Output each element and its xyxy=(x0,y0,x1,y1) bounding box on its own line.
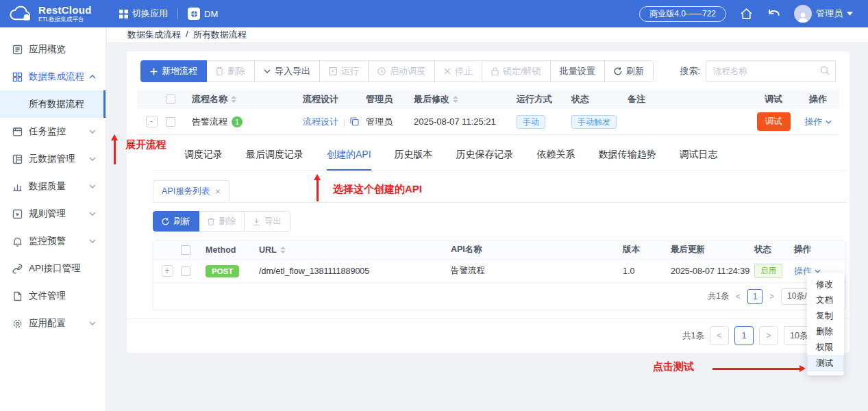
tab-schedule-records[interactable]: 调度记录 xyxy=(184,149,223,170)
sidebar-item-app-overview[interactable]: 应用概览 xyxy=(0,36,106,63)
sidebar-item-label: 应用概览 xyxy=(29,43,66,55)
delete-button[interactable]: 删除 xyxy=(206,60,255,82)
page-number[interactable]: 1 xyxy=(747,289,762,304)
user-menu[interactable]: 管理员 xyxy=(794,5,853,23)
chevron-down-icon xyxy=(89,157,96,161)
play-icon xyxy=(329,67,337,75)
home-icon[interactable] xyxy=(740,8,753,20)
col-flow-name: 流程名称 xyxy=(192,93,227,105)
caret-down-icon xyxy=(847,12,853,16)
flow-detail-panel: 调度记录 最后调度记录 创建的API 历史版本 历史保存记录 依赖关系 数据传输… xyxy=(153,134,846,312)
api-delete-button[interactable]: 删除 xyxy=(199,211,245,232)
next-page-icon[interactable]: > xyxy=(769,292,774,301)
tab-history-saves[interactable]: 历史保存记录 xyxy=(456,149,514,170)
api-export-button[interactable]: 导出 xyxy=(244,211,290,232)
sidebar-item-data-integration[interactable]: 数据集成流程 xyxy=(0,63,106,90)
breadcrumb-parent[interactable]: 数据集成流程 xyxy=(127,29,181,41)
api-refresh-button[interactable]: 刷新 xyxy=(153,211,199,232)
col-remark: 备注 xyxy=(628,93,750,105)
bar-chart-icon xyxy=(12,182,23,192)
metadata-icon xyxy=(12,154,23,164)
stop-button[interactable]: 停止 xyxy=(434,60,482,82)
status-badge: 手动触发 xyxy=(571,115,617,129)
sidebar-item-monitor-alert[interactable]: 监控预警 xyxy=(0,227,106,255)
col-api-status: 状态 xyxy=(754,244,794,256)
api-subtab-bar: API服务列表 × xyxy=(153,180,846,203)
subtab-api-service-list[interactable]: API服务列表 × xyxy=(153,180,230,202)
flow-design-link[interactable]: 流程设计 xyxy=(303,116,338,128)
api-action-menu: 修改 文档 复制 删除 权限 测试 xyxy=(807,273,844,375)
tab-last-schedule[interactable]: 最后调度记录 xyxy=(246,149,303,170)
menu-item-copy[interactable]: 复制 xyxy=(807,308,844,324)
row-action-dropdown[interactable]: 操作 xyxy=(805,116,832,128)
copy-icon[interactable] xyxy=(350,117,359,126)
flow-name: 告警流程 xyxy=(192,116,227,128)
tab-transfer-trend[interactable]: 数据传输趋势 xyxy=(599,149,656,170)
api-select-all-checkbox[interactable] xyxy=(181,245,190,255)
workspace-tab-dm[interactable]: DM xyxy=(188,8,218,20)
sidebar-item-rules[interactable]: 规则管理 xyxy=(0,200,106,227)
api-name: 告警流程 xyxy=(451,265,623,277)
new-flow-button[interactable]: 新增流程 xyxy=(140,60,207,82)
brand-logo[interactable]: RestCloud ETL数据集成平台 xyxy=(0,5,103,23)
expand-api-row-button[interactable]: + xyxy=(162,265,173,277)
next-page-button[interactable]: > xyxy=(759,326,778,345)
sidebar-item-data-quality[interactable]: 数据质量 xyxy=(0,173,106,200)
search-icon[interactable] xyxy=(820,66,830,75)
sort-icon[interactable] xyxy=(280,247,286,253)
prev-page-icon[interactable]: < xyxy=(736,292,741,301)
col-flow-design: 流程设计 xyxy=(303,93,366,105)
import-export-button[interactable]: 导入导出 xyxy=(254,60,320,82)
menu-item-delete[interactable]: 删除 xyxy=(807,324,844,340)
run-button[interactable]: 运行 xyxy=(319,60,369,82)
chevron-down-icon xyxy=(826,120,832,124)
file-icon xyxy=(12,291,23,301)
sidebar-item-app-config[interactable]: 应用配置 xyxy=(0,310,106,337)
api-toolbar: 刷新 删除 导出 xyxy=(153,211,846,232)
menu-item-test[interactable]: 测试 xyxy=(807,356,844,371)
row-checkbox[interactable] xyxy=(166,117,175,127)
menu-item-permission[interactable]: 权限 xyxy=(807,340,844,356)
detail-tabs: 调度记录 最后调度记录 创建的API 历史版本 历史保存记录 依赖关系 数据传输… xyxy=(153,134,846,171)
page-number[interactable]: 1 xyxy=(734,326,754,345)
tab-debug-log[interactable]: 调试日志 xyxy=(680,149,718,170)
sort-icon[interactable] xyxy=(453,96,458,103)
sidebar-item-task-monitor[interactable]: 任务监控 xyxy=(0,118,106,145)
search-input[interactable] xyxy=(706,60,836,82)
menu-item-modify[interactable]: 修改 xyxy=(807,277,844,292)
sidebar-item-label: 文件管理 xyxy=(29,290,66,302)
api-table-box: Method URL API名称 版本 最后更新 状态 操作 + POST /d… xyxy=(153,240,846,310)
tab-dependencies[interactable]: 依赖关系 xyxy=(537,149,575,170)
sidebar-item-api-management[interactable]: API接口管理 xyxy=(0,255,106,282)
refresh-button[interactable]: 刷新 xyxy=(604,60,654,82)
debug-button[interactable]: 调试 xyxy=(757,112,791,131)
lock-unlock-button[interactable]: 锁定/解锁 xyxy=(482,60,551,82)
tab-history-versions[interactable]: 历史版本 xyxy=(395,149,433,170)
sidebar-item-file-management[interactable]: 文件管理 xyxy=(0,282,106,310)
close-icon[interactable]: × xyxy=(215,186,221,197)
collapse-row-button[interactable]: - xyxy=(146,116,158,127)
api-row-checkbox[interactable] xyxy=(181,266,190,276)
prev-page-button[interactable]: < xyxy=(710,326,729,345)
header-divider xyxy=(177,8,178,19)
sort-icon[interactable] xyxy=(231,96,236,103)
sidebar-item-all-data-flows[interactable]: 所有数据流程 xyxy=(0,90,106,118)
select-all-checkbox[interactable] xyxy=(166,95,175,104)
switch-app-button[interactable]: 切换应用 xyxy=(119,8,168,20)
annotation-arrow-up-expand xyxy=(112,134,119,164)
menu-item-docs[interactable]: 文档 xyxy=(807,292,844,308)
flow-table-header: 流程名称 流程设计 管理员 最后修改 运行方式 状态 备注 调试 操作 xyxy=(137,89,839,109)
tab-created-api[interactable]: 创建的API xyxy=(327,149,371,170)
start-schedule-button[interactable]: 启动调度 xyxy=(368,60,435,82)
sidebar-subitem-label: 所有数据流程 xyxy=(29,98,84,110)
sidebar-item-metadata[interactable]: 元数据管理 xyxy=(0,145,106,173)
batch-settings-button[interactable]: 批量设置 xyxy=(550,60,605,82)
annotation-select-api: 选择这个创建的API xyxy=(333,183,422,196)
sidebar: 应用概览 数据集成流程 所有数据流程 任务监控 元数据管理 数据质量 规则管理 xyxy=(0,27,106,411)
trash-icon xyxy=(216,67,223,75)
undo-icon[interactable] xyxy=(767,8,780,20)
col-last-updated: 最后更新 xyxy=(671,244,754,256)
breadcrumb-separator: / xyxy=(186,29,188,41)
refresh-icon xyxy=(614,67,622,75)
chevron-down-icon xyxy=(89,212,96,216)
